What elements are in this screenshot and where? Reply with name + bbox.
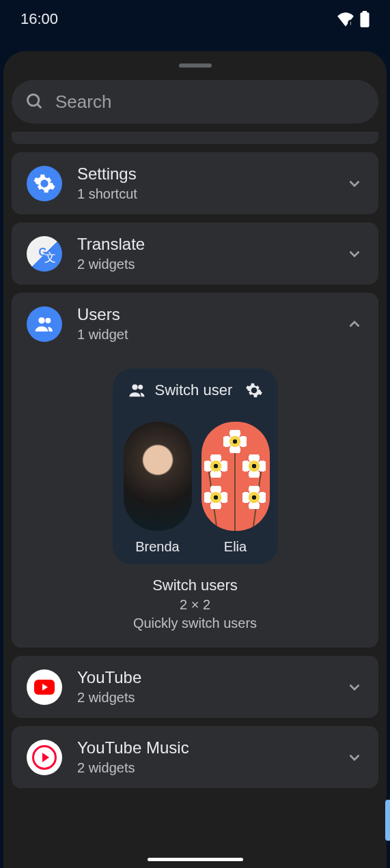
status-time: 16:00 <box>20 10 58 28</box>
svg-point-12 <box>138 385 143 390</box>
user-name: Elia <box>224 539 247 555</box>
app-widget-list: Settings 1 shortcut G文 Translate 2 widge… <box>3 132 387 788</box>
avatar <box>201 422 270 531</box>
app-header-youtube[interactable]: YouTube 2 widgets <box>12 656 378 718</box>
play-icon <box>34 680 55 695</box>
youtube-music-app-icon <box>27 740 62 775</box>
drag-handle[interactable] <box>179 63 212 68</box>
widget-header-label: Switch user <box>155 381 237 399</box>
app-card-settings: Settings 1 shortcut <box>12 152 378 214</box>
widget-title: Switch users <box>133 577 257 594</box>
svg-point-4 <box>28 95 39 106</box>
chevron-down-icon <box>346 245 363 263</box>
status-icons: ! <box>337 11 370 27</box>
user-item-elia[interactable]: Elia <box>201 422 270 555</box>
widget-picker-panel: Settings 1 shortcut G文 Translate 2 widge… <box>3 51 387 868</box>
app-subtitle: 2 widgets <box>77 690 331 706</box>
people-icon <box>128 381 147 400</box>
play-circle-icon <box>32 745 57 770</box>
svg-point-10 <box>45 317 51 323</box>
app-info: Translate 2 widgets <box>77 235 331 272</box>
svg-point-6 <box>42 180 48 186</box>
chevron-down-icon <box>346 678 363 696</box>
widget-preview-area: Switch user Brenda <box>12 355 378 648</box>
app-name: Settings <box>77 164 331 184</box>
widget-size: 2 × 2 <box>133 597 257 613</box>
app-card-youtube: YouTube 2 widgets <box>12 656 378 718</box>
battery-icon <box>360 11 370 27</box>
gear-icon <box>33 172 56 195</box>
wifi-icon: ! <box>337 12 354 27</box>
app-header-translate[interactable]: G文 Translate 2 widgets <box>12 222 378 285</box>
chevron-down-icon <box>346 749 363 766</box>
settings-app-icon <box>27 166 62 201</box>
switch-user-widget[interactable]: Switch user Brenda <box>113 368 278 564</box>
avatar <box>124 422 192 531</box>
svg-point-11 <box>132 384 137 390</box>
user-item-brenda[interactable]: Brenda <box>124 422 192 555</box>
app-subtitle: 2 widgets <box>77 760 331 776</box>
gear-icon[interactable] <box>245 381 263 399</box>
widget-meta: Switch users 2 × 2 Quickly switch users <box>133 577 257 631</box>
user-name: Brenda <box>135 539 180 555</box>
chevron-down-icon <box>346 175 363 192</box>
search-input[interactable] <box>55 91 365 113</box>
app-info: Settings 1 shortcut <box>77 164 331 202</box>
navigation-bar-handle[interactable] <box>148 858 243 861</box>
app-name: Users <box>77 305 331 324</box>
svg-point-9 <box>38 317 44 323</box>
status-bar: 16:00 ! <box>0 0 390 38</box>
users-app-icon <box>27 306 62 342</box>
app-info: Users 1 widget <box>77 305 331 343</box>
app-name: YouTube Music <box>77 738 331 757</box>
app-subtitle: 1 shortcut <box>77 186 331 202</box>
search-icon <box>25 92 44 111</box>
svg-text:!: ! <box>350 20 352 26</box>
svg-line-5 <box>38 104 42 108</box>
app-header-settings[interactable]: Settings 1 shortcut <box>12 152 378 214</box>
app-header-users[interactable]: Users 1 widget <box>12 293 378 355</box>
app-card-translate: G文 Translate 2 widgets <box>12 222 378 285</box>
search-bar[interactable] <box>12 80 378 124</box>
translate-app-icon: G文 <box>27 236 62 272</box>
widget-description: Quickly switch users <box>133 616 257 631</box>
app-subtitle: 2 widgets <box>77 257 331 272</box>
users-row: Brenda <box>124 422 267 555</box>
app-info: YouTube 2 widgets <box>77 668 331 706</box>
app-info: YouTube Music 2 widgets <box>77 738 331 776</box>
app-card-youtube-music: YouTube Music 2 widgets <box>12 726 378 788</box>
scroll-indicator[interactable] <box>385 800 390 841</box>
widget-header-row: Switch user <box>124 381 267 409</box>
people-icon <box>33 313 55 335</box>
chevron-up-icon <box>346 315 363 333</box>
youtube-app-icon <box>27 669 62 705</box>
app-name: Translate <box>77 235 331 254</box>
app-header-youtube-music[interactable]: YouTube Music 2 widgets <box>12 726 378 788</box>
app-card-users: Users 1 widget Switch user Brenda <box>12 293 378 648</box>
svg-rect-3 <box>363 11 367 13</box>
app-name: YouTube <box>77 668 331 687</box>
svg-text:文: 文 <box>44 251 56 264</box>
app-subtitle: 1 widget <box>77 327 331 343</box>
svg-rect-2 <box>360 12 369 27</box>
translate-icon: G文 <box>33 242 56 265</box>
previous-card-edge <box>12 132 378 144</box>
